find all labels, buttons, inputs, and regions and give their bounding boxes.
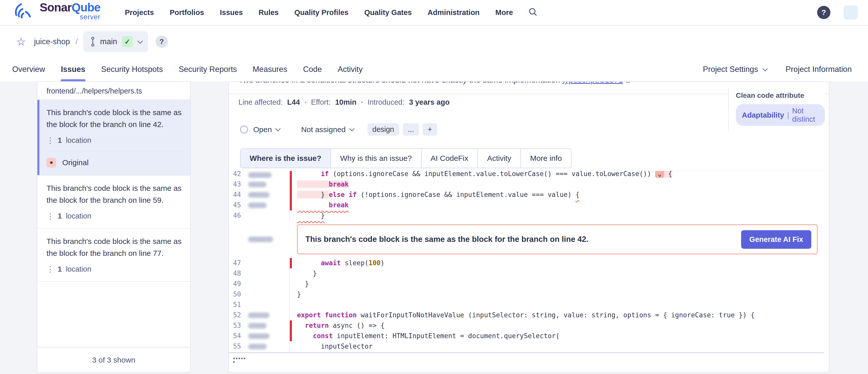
nav-item-quality-gates[interactable]: Quality Gates: [364, 8, 412, 17]
project-information-button[interactable]: Project Information: [786, 58, 852, 81]
issue-message: This branch's code block is the same as …: [46, 106, 183, 130]
nav-item-projects[interactable]: Projects: [125, 8, 154, 17]
code-text[interactable]: }: [292, 268, 824, 279]
detail-tab-ai-codefix[interactable]: AI CodeFix: [422, 149, 478, 168]
tag-design[interactable]: design: [367, 123, 399, 136]
tab-code[interactable]: Code: [303, 58, 322, 81]
line-number[interactable]: 49: [229, 279, 245, 289]
nav-item-rules[interactable]: Rules: [258, 8, 279, 17]
line-number[interactable]: 50: [229, 289, 245, 300]
location-word: location: [66, 265, 91, 273]
sonarqube-logo[interactable]: SonarQube server: [14, 2, 100, 23]
assignee-dropdown[interactable]: Not assigned: [301, 125, 353, 134]
sonar-waves-icon: [14, 2, 36, 23]
line-affected-label: Line affected:: [239, 98, 283, 106]
ring-dot-icon: [50, 161, 53, 164]
branch-selector[interactable]: main ✓: [83, 31, 148, 52]
line-number[interactable]: 52: [229, 310, 245, 320]
issue-list-item[interactable]: This branch's code block is the same as …: [37, 100, 190, 176]
avatar[interactable]: [844, 5, 858, 20]
project-settings-menu[interactable]: Project Settings: [703, 58, 766, 81]
line-number[interactable]: 54: [229, 331, 245, 341]
issue-detail-panel: Two branches in a conditional structure …: [228, 81, 829, 372]
code-token: [297, 259, 321, 267]
help-icon[interactable]: ?: [817, 6, 830, 19]
nav-item-issues[interactable]: Issues: [220, 8, 243, 17]
issue-list-item[interactable]: This branch's code block is the same as …: [37, 176, 190, 229]
tab-measures[interactable]: Measures: [253, 58, 287, 81]
search-icon[interactable]: [528, 7, 538, 18]
coverage-bar-red: [289, 331, 292, 341]
breadcrumb-project[interactable]: juice-shop: [34, 37, 70, 46]
code-text[interactable]: const inputElement: HTMLInputElement = d…: [292, 331, 824, 341]
line-number[interactable]: 48: [229, 268, 245, 279]
line-number[interactable]: 47: [229, 258, 245, 268]
chevron-down-icon: [137, 38, 143, 44]
clean-code-label: Clean code attribute: [736, 92, 825, 100]
code-line: 46 }: [229, 210, 824, 221]
quality-gate-passed-icon: ✓: [122, 36, 133, 47]
line-number[interactable]: 42: [229, 171, 245, 179]
line-number[interactable]: 46: [229, 210, 245, 221]
line-number[interactable]: 43: [229, 179, 245, 190]
blame-column: [245, 289, 289, 300]
code-text[interactable]: if (options.ignoreCase && inputElement.v…: [292, 171, 824, 179]
code-text[interactable]: await sleep(100): [292, 258, 824, 268]
code-token: const: [313, 332, 333, 340]
nav-item-more[interactable]: More: [495, 8, 513, 17]
status-dropdown[interactable]: Open: [253, 125, 279, 134]
detail-tab-more-info[interactable]: More info: [521, 149, 571, 168]
blame-column: [245, 237, 289, 242]
issue-inline-message: This branch's code block is the same as …: [305, 235, 741, 244]
code-token: 100: [369, 259, 381, 267]
code-text[interactable]: [292, 300, 824, 310]
code-bottom-divider: ••••••: [229, 352, 824, 364]
code-text[interactable]: return async () => {: [292, 320, 824, 331]
issue-list-item[interactable]: This branch's code block is the same as …: [37, 229, 190, 282]
tab-overview[interactable]: Overview: [12, 58, 45, 81]
issue-locations[interactable]: ⋮1location: [46, 265, 183, 274]
original-flow-row[interactable]: Original: [46, 158, 183, 167]
generate-ai-fix-button[interactable]: Generate AI Fix: [741, 230, 811, 249]
branch-name: main: [100, 37, 117, 46]
expand-lines-icon[interactable]: ••••••: [233, 357, 824, 364]
code-text[interactable]: }: [292, 279, 824, 289]
nav-item-administration[interactable]: Administration: [428, 8, 480, 17]
line-number[interactable]: 53: [229, 320, 245, 331]
favorite-star-icon[interactable]: ☆: [16, 36, 26, 48]
coverage-bar-red: [289, 190, 292, 200]
line-number[interactable]: 45: [229, 200, 245, 210]
line-number[interactable]: 55: [229, 341, 245, 352]
code-text[interactable]: } else if (!options.ignoreCase && inputE…: [292, 190, 824, 200]
issue-locations[interactable]: ⋮1location: [46, 212, 183, 220]
code-text[interactable]: }: [292, 289, 824, 300]
code-text[interactable]: }: [292, 210, 824, 221]
nav-item-portfolios[interactable]: Portfolios: [169, 8, 204, 17]
code-token: [297, 201, 329, 209]
tab-security-reports[interactable]: Security Reports: [179, 58, 237, 81]
code-text[interactable]: inputSelector: [292, 341, 824, 352]
branch-help-icon[interactable]: ?: [156, 36, 168, 48]
code-text[interactable]: break: [292, 200, 824, 210]
tag-add[interactable]: +: [423, 123, 437, 136]
line-number[interactable]: 51: [229, 300, 245, 310]
detail-tab-why-is-this-an-issue-[interactable]: Why is this an issue?: [331, 149, 422, 168]
issue-location-marker-icon[interactable]: ⌄: [655, 171, 664, 178]
tag-more[interactable]: ...: [403, 123, 419, 136]
detail-tab-where-is-the-issue-[interactable]: Where is the issue?: [241, 149, 331, 168]
clean-code-badge[interactable]: Adaptability | Not distinct: [736, 104, 825, 126]
tab-activity[interactable]: Activity: [338, 58, 363, 81]
rule-key-link[interactable]: typescript:S1871: [562, 82, 623, 84]
line-number[interactable]: 44: [229, 190, 245, 200]
code-text[interactable]: export function waitForInputToNotHaveVal…: [292, 310, 824, 320]
tab-issues[interactable]: Issues: [61, 58, 86, 81]
blame-blur: [248, 172, 272, 178]
issue-message-row: This branch's code block is the same as …: [229, 221, 824, 258]
detail-tab-activity[interactable]: Activity: [478, 149, 521, 168]
issue-locations[interactable]: ⋮1location: [46, 136, 183, 145]
code-token: (options.ignoreCase && inputElement.valu…: [329, 171, 655, 178]
external-link-icon[interactable]: ⧉: [625, 82, 630, 84]
code-text[interactable]: break: [292, 179, 824, 190]
tab-security-hotspots[interactable]: Security Hotspots: [101, 58, 163, 81]
nav-item-quality-profiles[interactable]: Quality Profiles: [294, 8, 348, 17]
